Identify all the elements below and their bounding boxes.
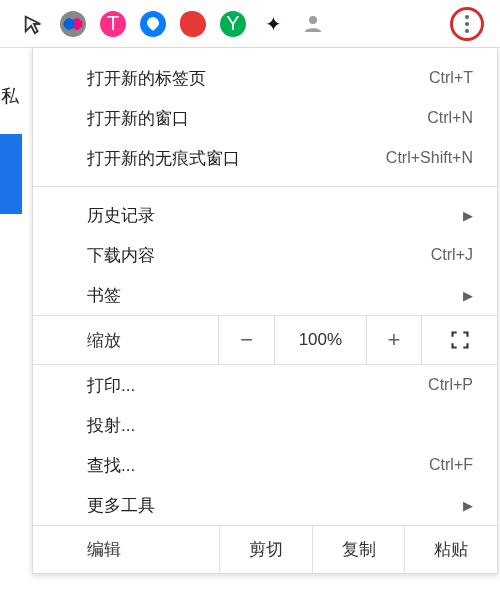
menu-item-shortcut: Ctrl+T [429, 69, 473, 87]
svg-point-1 [465, 15, 469, 19]
zoom-in-button[interactable]: + [366, 316, 422, 364]
svg-point-0 [309, 16, 317, 24]
menu-item-label: 更多工具 [87, 494, 455, 517]
menu-item-label: 打开新的窗口 [87, 107, 427, 130]
menu-edit-row: 编辑 剪切 复制 粘贴 [33, 525, 497, 573]
menu-item-label: 打印... [87, 374, 428, 397]
menu-bookmarks[interactable]: 书签 ▶ [33, 275, 497, 315]
chrome-menu-button[interactable] [450, 7, 484, 41]
chrome-main-menu: 打开新的标签页 Ctrl+T 打开新的窗口 Ctrl+N 打开新的无痕式窗口 C… [32, 48, 498, 574]
extension-green-icon[interactable]: Y [220, 11, 246, 37]
extension-red-icon[interactable] [180, 11, 206, 37]
menu-separator [33, 186, 497, 187]
menu-item-label: 打开新的无痕式窗口 [87, 147, 386, 170]
zoom-label: 缩放 [33, 316, 218, 364]
zoom-value: 100% [274, 316, 366, 364]
menu-item-label: 投射... [87, 414, 473, 437]
menu-item-label: 打开新的标签页 [87, 67, 429, 90]
svg-point-2 [465, 22, 469, 26]
page-left-text: 私 [1, 84, 19, 108]
menu-item-label: 书签 [87, 284, 455, 307]
menu-item-shortcut: Ctrl+Shift+N [386, 149, 473, 167]
menu-item-label: 查找... [87, 454, 429, 477]
fullscreen-icon [450, 330, 470, 350]
extension-pink-icon[interactable]: T [100, 11, 126, 37]
menu-new-window[interactable]: 打开新的窗口 Ctrl+N [33, 98, 497, 138]
extensions-icon[interactable]: ✦ [260, 11, 286, 37]
zoom-out-button[interactable]: − [218, 316, 274, 364]
page-left-stripe: 私 [0, 48, 32, 592]
edit-cut-button[interactable]: 剪切 [219, 526, 312, 573]
menu-new-tab[interactable]: 打开新的标签页 Ctrl+T [33, 58, 497, 98]
menu-item-shortcut: Ctrl+F [429, 456, 473, 474]
cursor-icon [20, 11, 46, 37]
extension-flickr-icon[interactable] [60, 11, 86, 37]
menu-more-tools[interactable]: 更多工具 ▶ [33, 485, 497, 525]
selection-highlight [0, 134, 22, 214]
menu-new-incognito[interactable]: 打开新的无痕式窗口 Ctrl+Shift+N [33, 138, 497, 178]
edit-label: 编辑 [33, 526, 219, 573]
submenu-arrow-icon: ▶ [463, 498, 473, 513]
menu-print[interactable]: 打印... Ctrl+P [33, 365, 497, 405]
fullscreen-button[interactable] [421, 316, 497, 364]
menu-cast[interactable]: 投射... [33, 405, 497, 445]
menu-find[interactable]: 查找... Ctrl+F [33, 445, 497, 485]
submenu-arrow-icon: ▶ [463, 208, 473, 223]
extension-blue-icon[interactable] [140, 11, 166, 37]
svg-point-3 [465, 29, 469, 33]
menu-item-shortcut: Ctrl+N [427, 109, 473, 127]
profile-icon[interactable] [300, 11, 326, 37]
browser-toolbar: T Y ✦ [0, 0, 500, 48]
menu-zoom-row: 缩放 − 100% + [33, 315, 497, 365]
submenu-arrow-icon: ▶ [463, 288, 473, 303]
menu-item-label: 下载内容 [87, 244, 431, 267]
menu-item-shortcut: Ctrl+J [431, 246, 473, 264]
menu-item-label: 历史记录 [87, 204, 455, 227]
edit-paste-button[interactable]: 粘贴 [404, 526, 497, 573]
menu-downloads[interactable]: 下载内容 Ctrl+J [33, 235, 497, 275]
menu-history[interactable]: 历史记录 ▶ [33, 195, 497, 235]
menu-item-shortcut: Ctrl+P [428, 376, 473, 394]
edit-copy-button[interactable]: 复制 [312, 526, 405, 573]
